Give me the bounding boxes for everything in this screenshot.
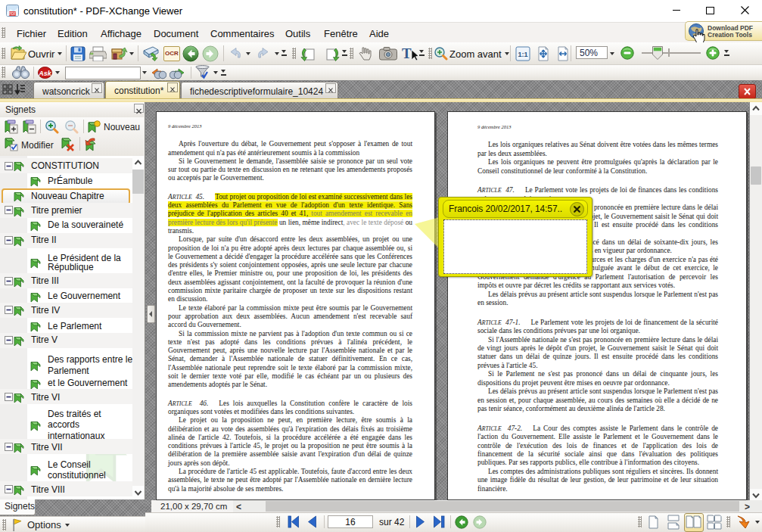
svg-text:Ask: Ask [38,70,52,77]
svg-text:PDF: PDF [9,12,16,16]
svg-text:T: T [402,45,412,61]
svg-text:1:1: 1:1 [518,51,527,58]
